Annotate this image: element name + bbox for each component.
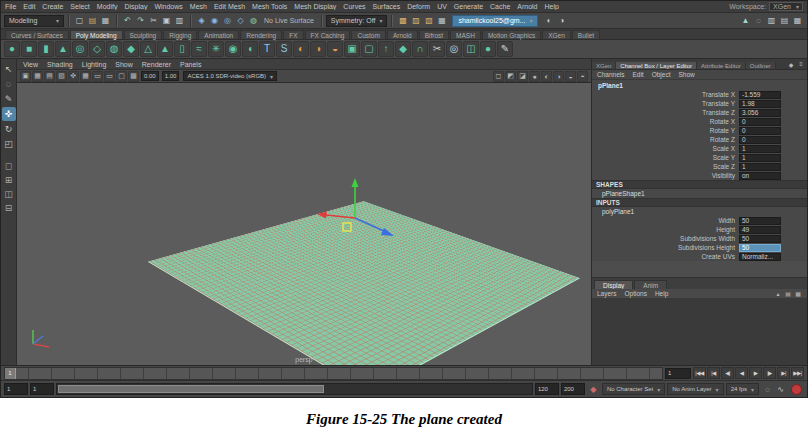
channel-box-icon[interactable]: ▦ [791,14,804,27]
lock-camera-icon[interactable]: ▣ [20,71,31,82]
step-back-frame-button[interactable]: |◀ [707,367,720,379]
poly-cylinder-icon[interactable]: ▮ [38,41,54,57]
field-chart-icon[interactable]: ▩ [128,71,139,82]
move-tool[interactable]: ✜ [2,107,16,121]
layer-editor-tab[interactable]: Anim [634,280,667,289]
exposure-field[interactable]: 0.00 [141,71,159,81]
camera-attributes-icon[interactable]: ▦ [32,71,43,82]
snap-to-grid-icon[interactable]: ◈ [195,14,208,27]
step-forward-key-button[interactable]: |▶ [763,367,776,379]
channel-value-field[interactable]: 49 [739,226,781,234]
channel-value-field[interactable]: 3.056 [739,109,781,117]
channel-value-field[interactable]: 1 [739,145,781,153]
animation-end-field[interactable]: 200 [561,383,585,395]
default-material-icon[interactable]: ● [529,71,540,82]
channel-value-field[interactable]: 0 [739,127,781,135]
light-editor-icon[interactable]: ◑ [555,14,568,27]
create-layer-from-selected-icon[interactable]: ▦ [794,290,802,298]
channel-box-menu-item[interactable]: Edit [632,71,643,78]
channel-value-field[interactable]: Normaliz... [739,253,781,261]
poly-prism-icon[interactable]: ▲ [157,41,173,57]
layer-list[interactable] [592,299,807,365]
menu-item[interactable]: Curves [343,3,365,10]
channel-value-field[interactable]: 0 [739,118,781,126]
platonic-solid-icon[interactable]: ◆ [123,41,139,57]
render-current-frame-icon[interactable]: ▩ [396,14,409,27]
range-slider-handle[interactable] [58,385,324,393]
shelf-tab[interactable]: Poly Modeling [70,30,123,39]
lighting-icon[interactable]: ◐ [541,71,552,82]
sidebar-tab[interactable]: Outliner [746,62,776,69]
shelf-tab[interactable]: XGen [542,30,571,39]
boolean-intersection-icon[interactable]: ◒ [327,41,343,57]
scale-tool[interactable]: ◰ [2,137,16,151]
menu-item[interactable]: Deform [407,3,430,10]
input-node-name[interactable]: polyPlane1 [592,207,807,216]
tool-settings-icon[interactable]: ▤ [778,14,791,27]
channel-value-field[interactable]: 50 [739,217,781,225]
wireframe-on-shaded-icon[interactable]: ◪ [517,71,528,82]
xray-icon[interactable]: ◩ [505,71,516,82]
time-slider[interactable]: 1 [4,367,663,380]
channel-value-field[interactable]: 1.98 [739,100,781,108]
panel-menu-item[interactable]: Show [115,61,133,68]
menu-item[interactable]: Arnold [517,3,537,10]
poly-gear-icon[interactable]: ✳ [208,41,224,57]
two-pane-layout[interactable]: ◫ [2,188,16,200]
account-field[interactable]: shamlickool25@gm... [452,15,538,27]
panel-menu-item[interactable]: Lighting [82,61,107,68]
menu-item[interactable]: UV [437,3,447,10]
viewport-canvas[interactable]: persp [17,83,591,365]
move-manipulator[interactable] [300,166,410,262]
film-gate-icon[interactable]: ▭ [92,71,103,82]
go-to-start-button[interactable]: |◀◀ [693,367,706,379]
shelf-tab[interactable]: Animation [198,30,239,39]
poly-soccer-ball-icon[interactable]: ◉ [225,41,241,57]
poly-pipe-icon[interactable]: ▯ [174,41,190,57]
isolate-select-icon[interactable]: ◻ [493,71,504,82]
render-sequence-icon[interactable]: ▧ [422,14,435,27]
range-slider[interactable] [56,383,533,395]
sidebar-tab[interactable]: Channel Box / Layer Editor [616,62,697,69]
channel-value-field[interactable]: -1.559 [739,91,781,99]
channel-value-field[interactable]: 50 [739,244,781,252]
menu-item[interactable]: Edit Mesh [214,3,245,10]
panel-menu-icon[interactable]: ≡ [797,60,805,68]
playback-start-field[interactable]: 1 [30,383,54,395]
boolean-union-icon[interactable]: ◐ [293,41,309,57]
snap-to-plane-icon[interactable]: ◇ [234,14,247,27]
menu-item[interactable]: Modify [97,3,118,10]
layer-editor-menu-item[interactable]: Help [655,290,668,297]
snap-to-point-icon[interactable]: ◎ [221,14,234,27]
menu-item[interactable]: Mesh [190,3,207,10]
poly-cone-icon[interactable]: ▲ [55,41,71,57]
anti-aliasing-icon[interactable]: ◓ [577,71,588,82]
create-empty-layer-icon[interactable]: ▤ [784,290,792,298]
fps-selector[interactable]: 24 fps [726,383,759,395]
combine-icon[interactable]: ▣ [344,41,360,57]
animation-start-field[interactable]: 1 [4,383,28,395]
poly-plane-icon[interactable]: ◇ [89,41,105,57]
pan-zoom-icon[interactable]: ✜ [68,71,79,82]
mute-playback-icon[interactable]: ◌ [761,383,774,396]
colorspace-selector[interactable]: ACES 1.0 SDR-video (sRGB) [183,71,277,81]
mirror-icon[interactable]: ◫ [463,41,479,57]
play-forwards-button[interactable]: ▶ [749,367,762,379]
save-scene-icon[interactable]: ▦ [99,14,112,27]
cut-icon[interactable]: ✂ [147,14,160,27]
shelf-tab[interactable]: Motion Graphics [482,30,541,39]
lasso-select-tool[interactable]: ◌ [2,77,16,91]
menu-item[interactable]: Windows [154,3,182,10]
image-plane-icon[interactable]: ▧ [56,71,67,82]
workspace-dropdown[interactable]: XGen [769,2,803,11]
shelf-tab[interactable]: Curves / Surfaces [5,30,69,39]
channel-value-field[interactable]: 1 [739,163,781,171]
menu-item[interactable]: Help [545,3,559,10]
panel-menu-item[interactable]: Renderer [142,61,171,68]
screen-space-ao-icon[interactable]: ◒ [565,71,576,82]
paste-icon[interactable]: ▥ [173,14,186,27]
set-key-icon[interactable]: ◆ [587,383,600,396]
bookmarks-icon[interactable]: ▤ [44,71,55,82]
current-frame-field[interactable]: 1 [665,368,691,379]
make-live-icon[interactable]: ◍ [247,14,260,27]
